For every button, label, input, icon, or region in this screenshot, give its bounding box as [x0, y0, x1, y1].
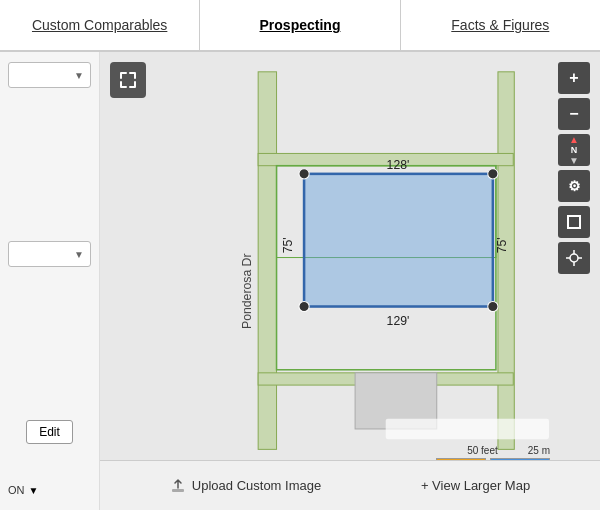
- tab-custom-comparables-link[interactable]: Custom Comparables: [32, 17, 167, 33]
- zoom-in-button[interactable]: +: [558, 62, 590, 94]
- svg-text:75': 75': [495, 237, 509, 253]
- svg-rect-7: [304, 174, 493, 307]
- view-larger-map-button[interactable]: + View Larger Map: [421, 478, 530, 493]
- tab-custom-comparables[interactable]: Custom Comparables: [0, 0, 200, 50]
- gear-button[interactable]: ⚙: [558, 170, 590, 202]
- compass-button[interactable]: ▲ N ▼: [558, 134, 590, 166]
- scale-labels: 50 feet 25 m: [467, 445, 550, 456]
- compass-north: ▲: [569, 134, 579, 145]
- svg-rect-1: [258, 72, 276, 450]
- chevron-down-icon-on: ▼: [29, 485, 39, 496]
- svg-point-8: [299, 169, 309, 179]
- svg-rect-18: [386, 419, 549, 439]
- main-content: ▼ ▼ Edit ON ▼: [0, 52, 600, 510]
- svg-text:Ponderosa Dr: Ponderosa Dr: [240, 253, 254, 328]
- map-area: 128' 129' 75' 75' Ponderosa Dr + −: [100, 52, 600, 510]
- dropdown-field-1[interactable]: ▼: [8, 62, 91, 88]
- svg-text:75': 75': [281, 237, 295, 253]
- svg-rect-19: [568, 216, 580, 228]
- edit-button[interactable]: Edit: [26, 420, 73, 444]
- tab-facts-figures[interactable]: Facts & Figures: [401, 0, 600, 50]
- svg-point-10: [299, 301, 309, 311]
- left-panel: ▼ ▼ Edit ON ▼: [0, 52, 100, 510]
- nav-tabs: Custom Comparables Prospecting Facts & F…: [0, 0, 600, 52]
- tab-prospecting[interactable]: Prospecting: [200, 0, 400, 50]
- compass-south: ▼: [569, 155, 579, 166]
- compass-n-label: N: [571, 145, 578, 155]
- upload-icon: [170, 478, 186, 494]
- tab-facts-figures-link[interactable]: Facts & Figures: [451, 17, 549, 33]
- map-svg: 128' 129' 75' 75' Ponderosa Dr: [100, 52, 600, 510]
- svg-rect-2: [498, 72, 514, 450]
- svg-point-20: [570, 254, 578, 262]
- chevron-down-icon-2: ▼: [74, 249, 84, 260]
- crosshair-button[interactable]: [558, 242, 590, 274]
- scale-feet-label: 50 feet: [467, 445, 498, 456]
- svg-text:129': 129': [387, 314, 410, 328]
- svg-point-11: [488, 301, 498, 311]
- map-controls: + − ▲ N ▼ ⚙: [558, 62, 590, 274]
- on-dropdown[interactable]: ON ▼: [8, 484, 91, 496]
- upload-custom-image-button[interactable]: Upload Custom Image: [170, 478, 321, 494]
- tab-prospecting-label: Prospecting: [260, 17, 341, 33]
- chevron-down-icon-1: ▼: [74, 70, 84, 81]
- upload-label: Upload Custom Image: [192, 478, 321, 493]
- on-label: ON: [8, 484, 25, 496]
- svg-text:128': 128': [387, 158, 410, 172]
- svg-rect-25: [172, 489, 184, 492]
- svg-point-9: [488, 169, 498, 179]
- zoom-out-button[interactable]: −: [558, 98, 590, 130]
- bottom-toolbar: Upload Custom Image + View Larger Map: [100, 460, 600, 510]
- view-larger-label: + View Larger Map: [421, 478, 530, 493]
- scale-meters-label: 25 m: [528, 445, 550, 456]
- expand-button[interactable]: [110, 62, 146, 98]
- dropdown-field-2[interactable]: ▼: [8, 241, 91, 267]
- square-button[interactable]: [558, 206, 590, 238]
